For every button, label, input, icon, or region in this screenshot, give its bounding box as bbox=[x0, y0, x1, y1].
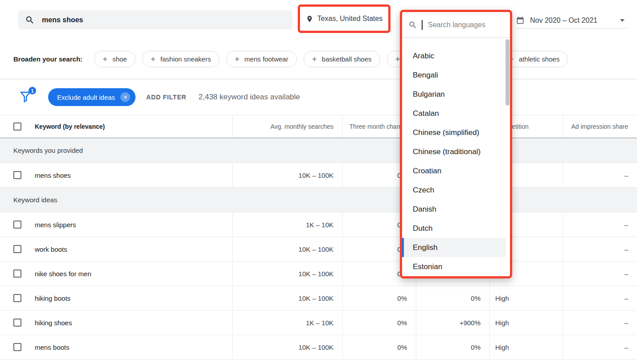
table-row: nike shoes for men 10K – 100K 0% 0% High… bbox=[0, 262, 637, 286]
competition: High bbox=[489, 286, 563, 310]
broaden-label: Broaden your search: bbox=[13, 55, 82, 63]
location-selector[interactable]: Texas, United States bbox=[298, 4, 390, 33]
text-cursor bbox=[422, 20, 423, 30]
search-icon bbox=[25, 15, 35, 25]
three-month-change: 0% bbox=[342, 286, 416, 310]
close-icon[interactable]: ✕ bbox=[120, 92, 130, 102]
header-avg-monthly-searches[interactable]: Avg. monthly searches bbox=[232, 115, 342, 138]
ad-impression-share: – bbox=[563, 286, 637, 310]
filter-funnel-icon[interactable]: 1 bbox=[19, 90, 33, 104]
language-option-catalan[interactable]: Catalan bbox=[402, 104, 505, 123]
keyword-ideas-count: 2,438 keyword ideas available bbox=[198, 93, 300, 102]
language-option-danish[interactable]: Danish bbox=[402, 200, 505, 219]
yoy-change: 0% bbox=[416, 335, 489, 359]
header-ad-impression-share[interactable]: Ad impression share bbox=[563, 115, 637, 138]
language-option-czech[interactable]: Czech bbox=[402, 180, 505, 200]
table-row: mens boots 10K – 100K 0% 0% High – bbox=[0, 335, 637, 360]
avg-monthly-searches: 10K – 100K bbox=[232, 286, 342, 310]
row-checkbox[interactable] bbox=[13, 221, 21, 229]
ad-impression-share: – bbox=[563, 163, 637, 187]
calendar-icon bbox=[516, 16, 525, 25]
plus-icon: + bbox=[312, 55, 317, 63]
filter-count-badge: 1 bbox=[29, 87, 36, 94]
language-dropdown: Arabic Bengali Bulgarian Catalan Chinese… bbox=[400, 10, 512, 278]
row-checkbox[interactable] bbox=[13, 171, 21, 179]
competition: High bbox=[489, 335, 563, 359]
language-option-dutch[interactable]: Dutch bbox=[402, 219, 505, 238]
keyword-text: mens boots bbox=[35, 344, 70, 351]
plus-icon: + bbox=[151, 55, 156, 63]
plus-icon: + bbox=[395, 55, 400, 63]
exclude-chip-label: Exclude adult ideas bbox=[57, 94, 115, 101]
keyword-text: hiking boots bbox=[35, 294, 70, 302]
exclude-adult-ideas-chip[interactable]: Exclude adult ideas ✕ bbox=[48, 88, 136, 106]
chip-label: shoe bbox=[112, 55, 127, 63]
ad-impression-share: – bbox=[563, 237, 637, 261]
scrollbar-thumb[interactable] bbox=[505, 39, 510, 106]
language-option-bulgarian[interactable]: Bulgarian bbox=[402, 85, 505, 104]
filter-bar: 1 Exclude adult ideas ✕ ADD FILTER 2,438… bbox=[0, 79, 637, 115]
keyword-text: hiking shoes bbox=[35, 319, 72, 327]
ad-impression-share: – bbox=[563, 311, 637, 335]
avg-monthly-searches: 10K – 100K bbox=[232, 163, 342, 187]
keyword-text: mens slippers bbox=[35, 221, 76, 229]
keyword-search-box[interactable] bbox=[18, 10, 292, 29]
language-option-arabic[interactable]: Arabic bbox=[402, 46, 505, 65]
chip-label: basketball shoes bbox=[322, 55, 372, 63]
language-option-estonian[interactable]: Estonian bbox=[402, 257, 505, 276]
chip-shoe[interactable]: + shoe bbox=[94, 51, 136, 67]
three-month-change: 0% bbox=[342, 335, 416, 359]
chip-fashion-sneakers[interactable]: + fashion sneakers bbox=[142, 51, 220, 67]
table-row: mens slippers 1K – 10K 0% 0% High – bbox=[0, 213, 637, 237]
keyword-text: mens shoes bbox=[35, 172, 71, 179]
row-checkbox[interactable] bbox=[13, 319, 21, 327]
avg-monthly-searches: 1K – 10K bbox=[232, 311, 342, 335]
section-keywords-you-provided: Keywords you provided bbox=[0, 138, 637, 163]
table-row: hiking shoes 1K – 10K 0% +900% High – bbox=[0, 311, 637, 335]
select-all-checkbox[interactable] bbox=[13, 123, 21, 131]
yoy-change: +900% bbox=[416, 311, 489, 335]
keyword-text: work boots bbox=[35, 245, 67, 253]
ad-impression-share: – bbox=[563, 213, 637, 237]
language-option-croatian[interactable]: Croatian bbox=[402, 161, 505, 180]
language-search-input[interactable] bbox=[427, 20, 498, 29]
language-option-english[interactable]: English bbox=[402, 238, 505, 257]
ad-impression-share: – bbox=[563, 262, 637, 286]
plus-icon: + bbox=[103, 55, 107, 63]
ad-impression-share: – bbox=[563, 335, 637, 359]
chip-label: fashion sneakers bbox=[160, 55, 211, 63]
location-label: Texas, United States bbox=[317, 15, 383, 23]
language-option-chinese-traditional[interactable]: Chinese (traditional) bbox=[402, 142, 505, 161]
chip-label: athletic shoes bbox=[519, 55, 560, 63]
avg-monthly-searches: 10K – 100K bbox=[232, 262, 342, 286]
chip-basketball-shoes[interactable]: + basketball shoes bbox=[304, 51, 380, 67]
section-keyword-ideas: Keyword ideas bbox=[0, 188, 637, 213]
add-filter-button[interactable]: ADD FILTER bbox=[146, 94, 186, 101]
chip-label: mens footwear bbox=[244, 55, 288, 63]
broaden-search-row: Broaden your search: + shoe + fashion sn… bbox=[0, 39, 637, 79]
row-checkbox[interactable] bbox=[13, 245, 21, 253]
date-range-selector[interactable]: Nov 2020 – Oct 2021 bbox=[516, 12, 628, 29]
chip-mens-footwear[interactable]: + mens footwear bbox=[226, 51, 297, 67]
table-row: work boots 10K – 100K 0% 0% High – bbox=[0, 237, 637, 262]
avg-monthly-searches: 10K – 100K bbox=[232, 237, 342, 261]
language-option-bengali[interactable]: Bengali bbox=[402, 65, 505, 85]
language-option-chinese-simplified[interactable]: Chinese (simplified) bbox=[402, 123, 505, 142]
search-icon bbox=[408, 20, 417, 29]
search-input[interactable] bbox=[41, 16, 285, 25]
topbar: Texas, United States Nov 2020 – Oct 2021 bbox=[0, 0, 637, 39]
keyword-text: nike shoes for men bbox=[35, 270, 91, 278]
language-search-box[interactable] bbox=[402, 12, 510, 38]
avg-monthly-searches: 10K – 100K bbox=[232, 335, 342, 359]
chevron-down-icon bbox=[620, 19, 625, 22]
plus-icon: + bbox=[234, 55, 239, 63]
row-checkbox[interactable] bbox=[13, 343, 21, 351]
row-checkbox[interactable] bbox=[13, 270, 21, 278]
language-list: Arabic Bengali Bulgarian Catalan Chinese… bbox=[402, 38, 510, 276]
table-row: hiking boots 10K – 100K 0% 0% High – bbox=[0, 286, 637, 311]
row-checkbox[interactable] bbox=[13, 294, 21, 302]
header-keyword: Keyword (by relevance) bbox=[0, 115, 232, 138]
date-range-label: Nov 2020 – Oct 2021 bbox=[530, 16, 597, 25]
table-row: mens shoes 10K – 100K 0% 0% High – bbox=[0, 163, 637, 188]
yoy-change: 0% bbox=[416, 286, 489, 310]
